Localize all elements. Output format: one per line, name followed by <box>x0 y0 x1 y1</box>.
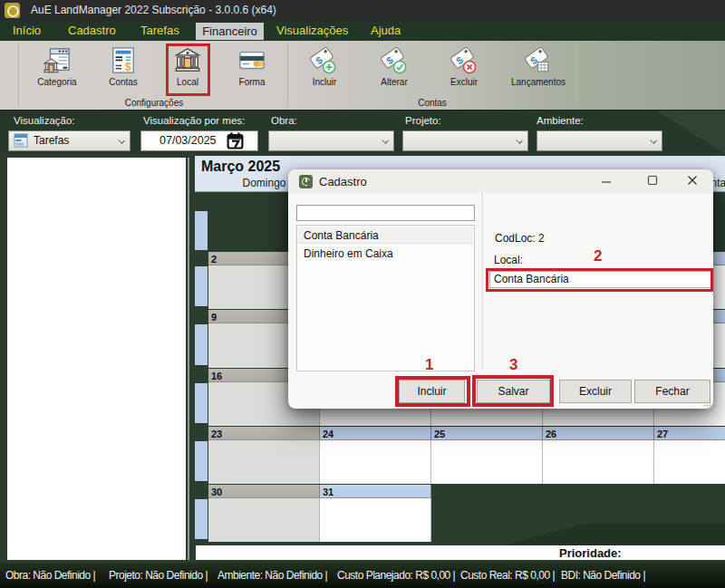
svg-text:$: $ <box>125 61 131 73</box>
